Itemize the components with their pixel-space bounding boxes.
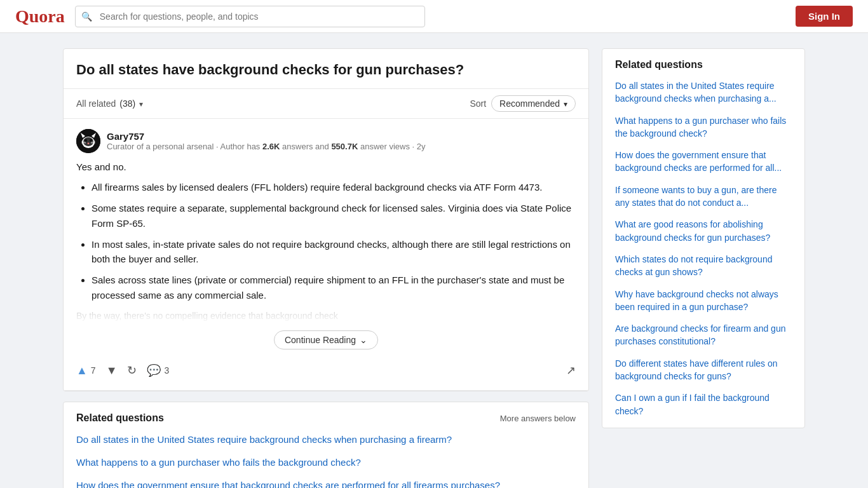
upvote-button[interactable]: ▲ 7: [76, 362, 96, 380]
search-input[interactable]: [75, 6, 425, 27]
page-container: Do all states have background checks for…: [53, 33, 815, 488]
sidebar-link-8[interactable]: Do different states have different rules…: [615, 357, 792, 383]
author-name[interactable]: Gary757: [107, 131, 426, 142]
bullet-3: In most sales, in-state private sales do…: [92, 237, 576, 267]
share-button[interactable]: ↗: [566, 363, 576, 377]
repost-icon: ↻: [127, 363, 137, 377]
share-icon: ↗: [566, 364, 576, 377]
header: Quora 🔍 Sign In: [0, 0, 868, 33]
sign-in-button[interactable]: Sign In: [796, 6, 853, 27]
related-title: Related questions: [76, 412, 164, 424]
sort-chevron-icon: [564, 98, 567, 109]
search-bar: 🔍: [75, 6, 425, 27]
downvote-button[interactable]: ▼: [106, 362, 118, 380]
svg-point-6: [90, 139, 92, 142]
bullet-2: Some states require a separate, suppleme…: [92, 201, 576, 231]
answer-fade: All firearms sales by licensed dealers (…: [76, 180, 576, 323]
continue-reading-label: Continue Reading: [285, 335, 356, 345]
sidebar-link-9[interactable]: Can I own a gun if I fail the background…: [615, 391, 792, 417]
question-card: Do all states have background checks for…: [63, 48, 589, 391]
sidebar-link-2[interactable]: How does the government ensure that back…: [615, 149, 792, 175]
action-bar: ▲ 7 ▼ ↻ 💬 3 ↗: [76, 358, 576, 380]
views-label: answer views · 2y: [358, 142, 425, 151]
bullet-4: Sales across state lines (private or com…: [92, 273, 576, 302]
more-answers-label: More answers below: [500, 414, 576, 423]
all-related-filter[interactable]: All related (38): [76, 98, 143, 109]
upvote-icon: ▲: [76, 364, 88, 377]
related-link-1[interactable]: What happens to a gun purchaser who fail…: [76, 456, 576, 470]
related-questions-main: Related questions More answers below Do …: [63, 402, 589, 488]
continue-reading-button[interactable]: Continue Reading ⌄: [274, 330, 378, 349]
sidebar-link-4[interactable]: What are good reasons for abolishing bac…: [615, 218, 792, 244]
continue-reading-chevron-icon: ⌄: [360, 335, 367, 345]
bullet-1: All firearms sales by licensed dealers (…: [92, 180, 576, 194]
answer-bullets: All firearms sales by licensed dealers (…: [76, 180, 576, 302]
sidebar-link-1[interactable]: What happens to a gun purchaser who fail…: [615, 114, 792, 140]
author-info: Gary757 Curator of a personal arsenal · …: [107, 131, 426, 151]
repost-button[interactable]: ↻: [127, 361, 137, 380]
avatar-image: [76, 129, 100, 153]
sidebar-link-6[interactable]: Why have background checks not always be…: [615, 288, 792, 314]
comment-button[interactable]: 💬 3: [147, 361, 169, 380]
svg-point-2: [83, 137, 93, 146]
downvote-icon: ▼: [106, 364, 118, 377]
related-link-2[interactable]: How does the government ensure that back…: [76, 478, 576, 488]
sidebar-heading: Related questions: [615, 59, 792, 71]
upvote-count: 7: [91, 365, 96, 376]
sort-dropdown[interactable]: Recommended: [491, 95, 576, 112]
sidebar: Related questions Do all states in the U…: [602, 48, 805, 428]
author-meta-prefix: Curator of a personal arsenal · Author h…: [107, 142, 262, 151]
answers-label: answers and: [280, 142, 331, 151]
author-row: Gary757 Curator of a personal arsenal · …: [76, 129, 576, 153]
quora-logo[interactable]: Quora: [15, 6, 65, 27]
all-related-label: All related: [76, 98, 116, 109]
main-content: Do all states have background checks for…: [63, 48, 589, 488]
search-icon: 🔍: [81, 11, 92, 22]
comment-icon: 💬: [147, 363, 161, 377]
answer-card: Gary757 Curator of a personal arsenal · …: [64, 119, 588, 391]
answer-fade-text: By the way, there's no compelling eviden…: [76, 309, 576, 323]
related-header-row: Related questions More answers below: [76, 412, 576, 424]
sort-label: Sort: [470, 98, 486, 109]
related-count: (38): [119, 98, 135, 109]
answer-body: Yes and no. All firearms sales by licens…: [76, 159, 576, 323]
author-meta: Curator of a personal arsenal · Author h…: [107, 142, 426, 151]
related-link-0[interactable]: Do all states in the United States requi…: [76, 433, 576, 447]
sidebar-card: Related questions Do all states in the U…: [602, 48, 805, 428]
chevron-down-icon: [139, 98, 143, 109]
sidebar-link-5[interactable]: Which states do not require background c…: [615, 253, 792, 279]
sidebar-link-3[interactable]: If someone wants to buy a gun, are there…: [615, 184, 792, 210]
sort-option-label: Recommended: [499, 98, 560, 109]
svg-point-5: [85, 139, 87, 142]
sort-area: Sort Recommended: [470, 95, 576, 112]
sidebar-link-0[interactable]: Do all states in the United States requi…: [615, 79, 792, 105]
avatar: [76, 129, 100, 153]
filters-bar: All related (38) Sort Recommended: [64, 89, 588, 119]
comment-count: 3: [164, 365, 169, 376]
sidebar-link-7[interactable]: Are background checks for firearm and gu…: [615, 322, 792, 348]
page-title: Do all states have background checks for…: [64, 49, 588, 89]
answer-opening: Yes and no.: [76, 159, 576, 175]
answers-count: 2.6K: [262, 142, 280, 151]
views-count: 550.7K: [331, 142, 358, 151]
continue-reading-wrap: Continue Reading ⌄: [76, 330, 576, 349]
